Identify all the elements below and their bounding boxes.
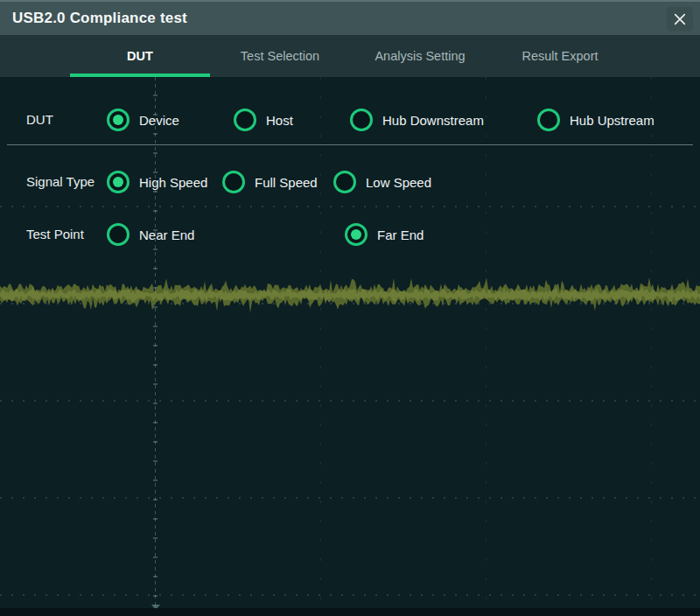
gridline-horizontal bbox=[0, 497, 700, 499]
oscilloscope-screen: USB2.0 Compliance test DUT Test Selectio… bbox=[0, 0, 700, 616]
dialog-title: USB2.0 Compliance test bbox=[12, 10, 187, 27]
tab-label: Result Export bbox=[522, 49, 598, 63]
tab-bar: DUT Test Selection Analysis Setting Resu… bbox=[0, 35, 700, 77]
gridline-vertical bbox=[486, 77, 486, 607]
tab-label: DUT bbox=[127, 49, 153, 63]
radio-option-hub-upstream[interactable]: Hub Upstream bbox=[537, 108, 654, 131]
radio-option-near-end[interactable]: Near End bbox=[107, 223, 194, 246]
radio-icon bbox=[333, 171, 356, 193]
radio-icon bbox=[234, 108, 256, 131]
gridline-horizontal bbox=[0, 594, 700, 596]
radio-label: Far End bbox=[377, 228, 424, 242]
graticule bbox=[0, 77, 700, 616]
row-label-dut: DUT bbox=[26, 108, 53, 131]
radio-label: Near End bbox=[139, 228, 194, 242]
radio-label: Hub Downstream bbox=[382, 113, 484, 128]
dialog-titlebar: USB2.0 Compliance test bbox=[0, 0, 700, 35]
close-button[interactable] bbox=[667, 7, 693, 32]
tab-label: Analysis Setting bbox=[374, 49, 465, 63]
form-row-signal-type: Signal Type High Speed Full Speed Low Sp… bbox=[0, 171, 700, 193]
tab-analysis-setting[interactable]: Analysis Setting bbox=[350, 35, 490, 77]
radio-label: Full Speed bbox=[255, 175, 318, 190]
radio-icon bbox=[222, 171, 245, 193]
radio-icon bbox=[537, 108, 560, 131]
radio-label: Device bbox=[139, 113, 179, 128]
waveform-trace bbox=[0, 0, 700, 616]
tab-strip: DUT Test Selection Analysis Setting Resu… bbox=[70, 35, 630, 77]
radio-label: Hub Upstream bbox=[570, 113, 654, 128]
radio-option-high-speed[interactable]: High Speed bbox=[107, 171, 207, 193]
radio-option-hub-downstream[interactable]: Hub Downstream bbox=[350, 108, 484, 131]
close-icon bbox=[672, 10, 688, 29]
tab-dut[interactable]: DUT bbox=[70, 35, 210, 77]
row-label-test-point: Test Point bbox=[26, 223, 84, 246]
radio-icon bbox=[107, 223, 130, 246]
radio-icon bbox=[345, 223, 368, 246]
form-row-test-point: Test Point Near End Far End bbox=[0, 223, 700, 246]
gridline-vertical bbox=[651, 77, 652, 607]
screen-bottom-edge bbox=[0, 608, 700, 616]
radio-option-device[interactable]: Device bbox=[107, 108, 179, 131]
gridline-horizontal bbox=[0, 400, 700, 402]
radio-label: Host bbox=[266, 113, 293, 128]
radio-label: High Speed bbox=[139, 175, 207, 190]
radio-option-low-speed[interactable]: Low Speed bbox=[333, 171, 431, 193]
section-divider bbox=[7, 144, 693, 145]
tab-label: Test Selection bbox=[241, 49, 319, 63]
gridline-vertical bbox=[320, 77, 321, 607]
gridline-center-vertical bbox=[155, 77, 156, 607]
radio-label: Low Speed bbox=[366, 175, 431, 190]
form-row-dut: DUT Device Host Hub Downstream Hub Upstr… bbox=[0, 108, 700, 131]
gridline-horizontal bbox=[0, 206, 700, 207]
radio-option-host[interactable]: Host bbox=[234, 108, 293, 131]
gridline-horizontal bbox=[0, 303, 700, 304]
tab-result-export[interactable]: Result Export bbox=[490, 35, 630, 77]
radio-option-full-speed[interactable]: Full Speed bbox=[222, 171, 318, 193]
row-label-signal-type: Signal Type bbox=[26, 171, 94, 193]
radio-icon bbox=[107, 171, 130, 193]
radio-icon bbox=[107, 108, 130, 131]
radio-icon bbox=[350, 108, 373, 131]
radio-option-far-end[interactable]: Far End bbox=[345, 223, 424, 246]
tab-test-selection[interactable]: Test Selection bbox=[210, 35, 350, 77]
